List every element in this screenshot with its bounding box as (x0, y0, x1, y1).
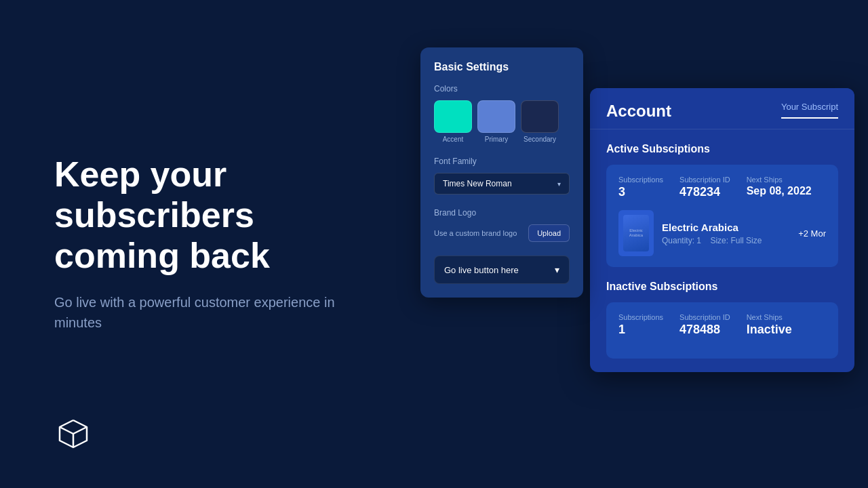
font-dropdown[interactable]: Times New Roman ▾ (434, 173, 570, 195)
product-image: ElectricArabica (618, 210, 654, 256)
secondary-swatch[interactable]: Secondary (521, 100, 559, 143)
secondary-label: Secondary (524, 136, 556, 143)
chevron-down-icon: ▾ (557, 180, 561, 188)
active-subscription-id: Subscription ID 478234 (679, 176, 730, 199)
active-sub-id-label: Subscription ID (679, 176, 730, 184)
active-subscription-card: Subscriptions 3 Subscription ID 478234 N… (606, 165, 838, 267)
account-tab[interactable]: Your Subscript (781, 102, 838, 119)
inactive-subscriptions-count: Subscriptions 1 (618, 313, 663, 337)
subheadline: Go live with a powerful customer experie… (54, 293, 380, 333)
headline: Keep your subscribers coming back (54, 155, 380, 276)
ui-panels: Basic Settings Colors Accent Primary Sec… (407, 47, 868, 441)
chevron-down-icon: ▾ (555, 264, 559, 275)
accent-label: Accent (443, 136, 464, 143)
active-subscriptions-value: 3 (618, 185, 663, 199)
brand-logo-icon (54, 415, 92, 453)
account-header: Account Your Subscript (590, 88, 854, 121)
main-container: Keep your subscribers coming back Go liv… (0, 0, 868, 488)
colors-label: Colors (434, 84, 570, 94)
account-body: Active Subsciptions Subscriptions 3 Subs… (590, 129, 854, 372)
product-info: Electric Arabica Quantity: 1 Size: Full … (662, 222, 790, 245)
active-section-heading: Active Subsciptions (606, 143, 838, 155)
active-next-ships-value: Sep 08, 2022 (747, 185, 812, 197)
go-live-row[interactable]: Go live button here ▾ (434, 256, 570, 284)
accent-swatch[interactable]: Accent (434, 100, 472, 143)
account-title: Account (606, 102, 671, 121)
product-quantity: Quantity: 1 (662, 236, 701, 245)
upload-button[interactable]: Upload (528, 224, 570, 242)
logo-area (54, 415, 92, 455)
font-family-label: Font Family (434, 157, 570, 166)
left-content: Keep your subscribers coming back Go liv… (54, 155, 380, 333)
inactive-subscriptions-label: Subscriptions (618, 313, 663, 321)
brand-logo-label: Brand Logo (434, 208, 570, 218)
product-more[interactable]: +2 Mor (798, 228, 826, 239)
primary-swatch[interactable]: Primary (477, 100, 515, 143)
inactive-subscriptions-value: 1 (618, 323, 663, 337)
accent-color-box[interactable] (434, 100, 472, 133)
inactive-subscription-card: Subscriptions 1 Subscription ID 478488 N… (606, 302, 838, 359)
product-name: Electric Arabica (662, 222, 790, 233)
settings-panel-title: Basic Settings (434, 61, 570, 73)
inactive-section: Inactive Subsciptions Subscriptions 1 Su… (606, 281, 838, 359)
account-panel: Account Your Subscript Active Subsciptio… (590, 88, 854, 372)
colors-row: Accent Primary Secondary (434, 100, 570, 143)
brand-logo-row: Use a custom brand logo Upload (434, 224, 570, 242)
product-img-inner: ElectricArabica (623, 215, 649, 251)
active-next-ships: Next Ships Sep 08, 2022 (747, 176, 812, 199)
product-size: Size: Full Size (710, 236, 762, 245)
brand-logo-section: Brand Logo Use a custom brand logo Uploa… (434, 208, 570, 242)
secondary-color-box[interactable] (521, 100, 559, 133)
inactive-section-heading: Inactive Subsciptions (606, 281, 838, 293)
font-family-section: Font Family Times New Roman ▾ (434, 157, 570, 195)
inactive-next-ships-value: Inactive (747, 323, 792, 337)
active-stats-row: Subscriptions 3 Subscription ID 478234 N… (618, 176, 826, 199)
primary-color-box[interactable] (477, 100, 515, 133)
active-sub-id-value: 478234 (679, 185, 730, 199)
product-details: Quantity: 1 Size: Full Size (662, 236, 790, 245)
brand-logo-description: Use a custom brand logo (434, 229, 528, 237)
inactive-next-ships: Next Ships Inactive (747, 313, 792, 337)
active-subscriptions-label: Subscriptions (618, 176, 663, 184)
active-next-ships-label: Next Ships (747, 176, 812, 184)
inactive-stats-row: Subscriptions 1 Subscription ID 478488 N… (618, 313, 826, 337)
product-img-text: ElectricArabica (629, 228, 643, 238)
active-subscriptions-count: Subscriptions 3 (618, 176, 663, 199)
inactive-subscription-id: Subscription ID 478488 (679, 313, 730, 337)
inactive-sub-id-value: 478488 (679, 323, 730, 337)
font-selected: Times New Roman (443, 179, 512, 188)
go-live-label: Go live button here (444, 265, 519, 275)
product-row: ElectricArabica Electric Arabica Quantit… (618, 210, 826, 256)
inactive-sub-id-label: Subscription ID (679, 313, 730, 321)
inactive-next-ships-label: Next Ships (747, 313, 792, 321)
primary-label: Primary (485, 136, 508, 143)
settings-panel: Basic Settings Colors Accent Primary Sec… (420, 47, 583, 298)
